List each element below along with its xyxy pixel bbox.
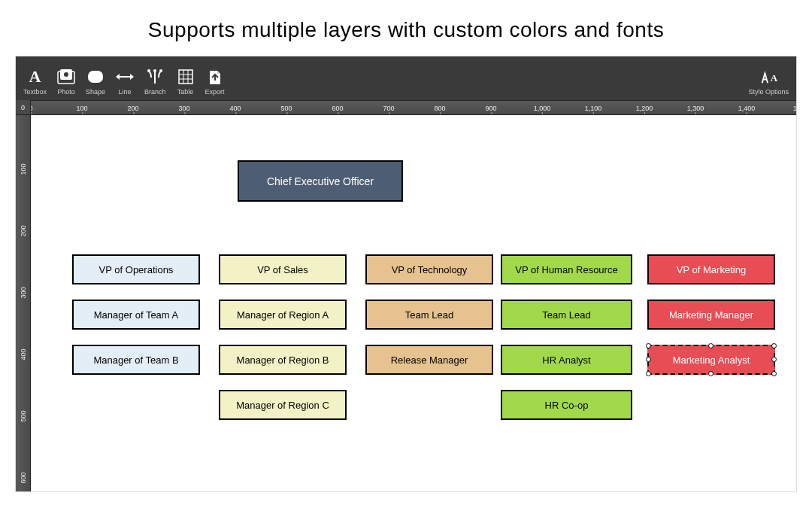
svg-rect-3 bbox=[88, 71, 103, 83]
selection-handle-bl[interactable] bbox=[646, 371, 651, 376]
ruler-h-tick: 400 bbox=[229, 101, 241, 115]
svg-rect-10 bbox=[179, 70, 192, 84]
ruler-v-tick: 400 bbox=[20, 347, 27, 362]
style-options-button[interactable]: AStyle Options bbox=[748, 68, 789, 96]
ruler-h-tick: 1,100 bbox=[585, 101, 602, 115]
export-icon bbox=[206, 68, 224, 86]
app-frame: ATextboxPhotoShapeLineBranchTableExport … bbox=[15, 56, 797, 492]
ruler-v-tick: 300 bbox=[20, 285, 27, 300]
org-node-label: Manager of Team A bbox=[94, 309, 179, 321]
photo-icon bbox=[57, 68, 75, 86]
ruler-v-tick: 600 bbox=[20, 470, 27, 485]
org-node-sales-vp[interactable]: VP of Sales bbox=[219, 254, 347, 284]
org-node-label: VP of Marketing bbox=[677, 264, 746, 275]
org-node-tech-lead[interactable]: Team Lead bbox=[365, 300, 493, 330]
svg-text:A: A bbox=[771, 72, 777, 84]
selection-handle-tm[interactable] bbox=[708, 343, 714, 348]
toolbar: ATextboxPhotoShapeLineBranchTableExport … bbox=[16, 56, 796, 100]
table-icon bbox=[177, 68, 195, 86]
org-node-sales-b[interactable]: Manager of Region B bbox=[219, 345, 347, 375]
ruler-v-tick: 500 bbox=[20, 409, 27, 424]
selection-handle-bm[interactable] bbox=[708, 371, 714, 376]
ruler-h-tick: 1,200 bbox=[636, 101, 653, 115]
ruler-h-tick: 700 bbox=[383, 101, 394, 115]
org-node-ops-a[interactable]: Manager of Team A bbox=[72, 300, 200, 330]
svg-marker-15 bbox=[217, 71, 220, 74]
ruler-v-tick: 100 bbox=[20, 162, 27, 177]
org-node-tech-rel[interactable]: Release Manager bbox=[365, 345, 493, 375]
ruler-h-tick: 1,400 bbox=[738, 101, 756, 115]
org-node-ceo[interactable]: Chief Executive Officer bbox=[238, 160, 403, 202]
org-node-hr-lead[interactable]: Team Lead bbox=[501, 300, 632, 330]
org-node-label: Chief Executive Officer bbox=[267, 175, 374, 187]
ruler-corner: 0 bbox=[16, 100, 31, 115]
org-node-label: VP of Technology bbox=[392, 264, 468, 275]
selection-handle-mr[interactable] bbox=[771, 357, 777, 362]
org-node-label: Team Lead bbox=[405, 309, 453, 321]
org-node-label: Marketing Manager bbox=[669, 309, 753, 321]
org-node-label: HR Analyst bbox=[542, 354, 590, 366]
org-node-label: VP of Sales bbox=[257, 264, 308, 275]
org-node-mkt-mgr[interactable]: Marketing Manager bbox=[647, 300, 775, 330]
line-button[interactable]: Line bbox=[116, 68, 134, 96]
ruler-h-tick: 300 bbox=[178, 101, 189, 115]
org-node-label: Release Manager bbox=[391, 354, 468, 366]
ruler-h-tick: 1,000 bbox=[534, 101, 551, 115]
org-node-ops-vp[interactable]: VP of Operations bbox=[72, 254, 200, 284]
org-node-hr-coop[interactable]: HR Co-op bbox=[501, 390, 632, 420]
ruler-h-tick: 600 bbox=[332, 101, 343, 115]
line-icon bbox=[116, 68, 134, 86]
org-node-hr-vp[interactable]: VP of Human Resource bbox=[501, 254, 632, 284]
shape-label: Shape bbox=[86, 88, 105, 96]
textbox-button[interactable]: ATextbox bbox=[23, 68, 47, 96]
ruler-h-tick: 100 bbox=[76, 101, 87, 115]
selection-handle-tl[interactable] bbox=[646, 343, 651, 348]
export-button[interactable]: Export bbox=[205, 68, 225, 96]
branch-label: Branch bbox=[144, 88, 166, 96]
photo-button[interactable]: Photo bbox=[57, 68, 75, 96]
svg-point-9 bbox=[159, 69, 162, 72]
org-node-label: Manager of Region A bbox=[237, 309, 329, 321]
ruler-h-tick: 1,5 bbox=[793, 101, 796, 115]
org-node-label: Manager of Team B bbox=[93, 354, 178, 366]
org-node-tech-vp[interactable]: VP of Technology bbox=[365, 254, 493, 284]
photo-label: Photo bbox=[57, 88, 75, 96]
org-node-mkt-vp[interactable]: VP of Marketing bbox=[647, 254, 775, 284]
ruler-h-tick: 1,300 bbox=[687, 101, 704, 115]
org-node-hr-analyst[interactable]: HR Analyst bbox=[501, 345, 632, 375]
table-button[interactable]: Table bbox=[177, 68, 195, 96]
style-options-icon: A bbox=[759, 68, 777, 86]
org-node-sales-c[interactable]: Manager of Region C bbox=[219, 390, 347, 420]
ruler-h-tick: 500 bbox=[280, 101, 292, 115]
org-node-label: Marketing Analyst bbox=[673, 354, 750, 366]
ruler-h-tick: 900 bbox=[485, 101, 496, 115]
selection-handle-br[interactable] bbox=[771, 371, 777, 376]
org-node-label: VP of Operations bbox=[99, 264, 174, 275]
ruler-v-tick: 200 bbox=[20, 224, 27, 239]
org-node-ops-b[interactable]: Manager of Team B bbox=[72, 345, 200, 375]
line-label: Line bbox=[119, 88, 132, 96]
ruler-horizontal: 01002003004005006007008009001,0001,1001,… bbox=[16, 100, 796, 115]
shape-button[interactable]: Shape bbox=[86, 68, 105, 96]
style-options-label: Style Options bbox=[748, 88, 789, 96]
branch-button[interactable]: Branch bbox=[144, 68, 166, 96]
org-node-label: Manager of Region B bbox=[237, 354, 329, 366]
selection-handle-ml[interactable] bbox=[646, 357, 651, 362]
textbox-icon: A bbox=[26, 68, 44, 86]
shape-icon bbox=[86, 68, 105, 86]
ruler-h-tick: 200 bbox=[127, 101, 138, 115]
ruler-h-tick: 800 bbox=[434, 101, 445, 115]
branch-icon bbox=[146, 68, 164, 86]
canvas[interactable]: Chief Executive OfficerVP of OperationsM… bbox=[31, 115, 796, 491]
svg-point-7 bbox=[147, 69, 150, 72]
org-node-mkt-analyst[interactable]: Marketing Analyst bbox=[647, 345, 775, 375]
ruler-vertical: 100200300400500600 bbox=[16, 115, 31, 491]
org-node-sales-a[interactable]: Manager of Region A bbox=[219, 300, 347, 330]
export-label: Export bbox=[205, 88, 225, 96]
org-node-label: HR Co-op bbox=[545, 400, 589, 411]
svg-marker-6 bbox=[130, 74, 134, 80]
selection-handle-tr[interactable] bbox=[771, 343, 777, 348]
org-node-label: VP of Human Resource bbox=[515, 264, 617, 275]
page-title: Supports multiple layers with custom col… bbox=[0, 0, 812, 56]
org-node-label: Team Lead bbox=[542, 309, 590, 321]
